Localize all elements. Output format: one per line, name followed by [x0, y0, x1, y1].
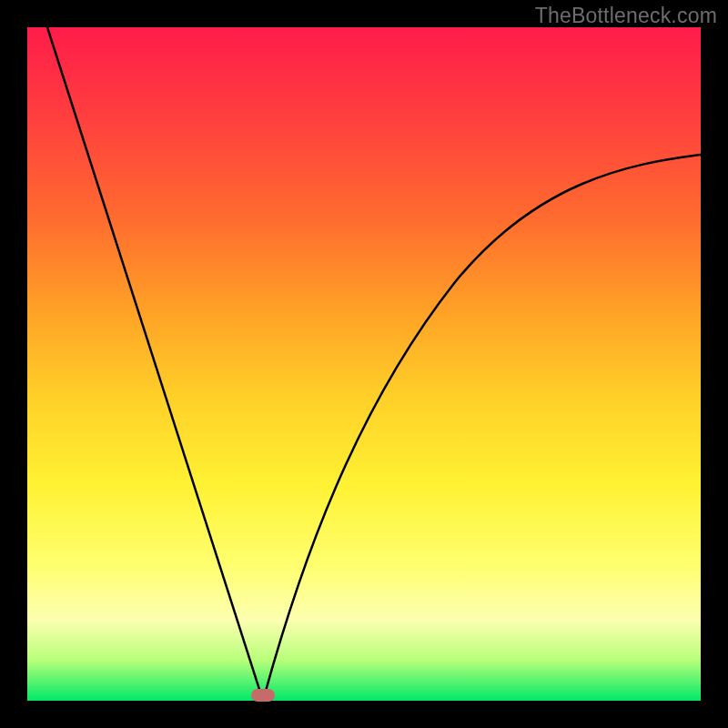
curve-left-branch: [47, 27, 263, 701]
bottleneck-curve: [27, 27, 701, 701]
plot-area: [27, 27, 701, 701]
optimum-marker: [251, 689, 275, 702]
curve-right-branch: [263, 155, 701, 701]
watermark-text: TheBottleneck.com: [535, 4, 717, 28]
chart-frame: TheBottleneck.com: [0, 0, 728, 728]
